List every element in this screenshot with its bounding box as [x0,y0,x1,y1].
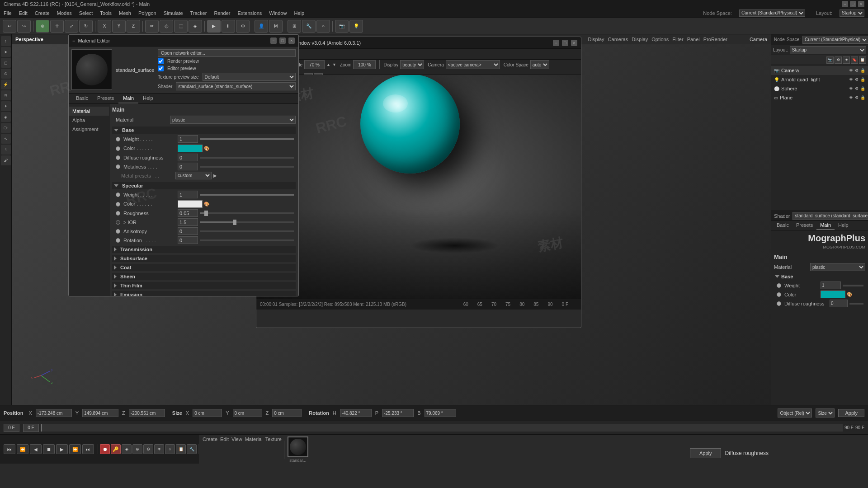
layout-select[interactable]: Startup [840,9,864,17]
screen-axis-btn[interactable]: Z [127,20,140,33]
attrs-diffrough-radio[interactable] [777,301,781,306]
spec-weight-input[interactable] [178,191,198,198]
mat-max-btn[interactable]: □ [279,38,286,44]
menu-file[interactable]: File [4,10,12,16]
mat-editor-menu-icon[interactable]: ≡ [72,38,75,43]
transport-play-rev-btn[interactable]: ◀ [30,444,42,454]
base-weight-radio[interactable] [116,136,122,142]
project-settings-btn[interactable]: 📋 [176,444,186,454]
mat-strip-create-menu[interactable]: Create [203,436,217,442]
camera-render-icon[interactable]: ⚙ [855,68,859,73]
viewport-filter-menu[interactable]: Filter [672,37,683,42]
mograph-btn[interactable]: Ⅿ [269,20,283,33]
redo-btn[interactable]: ↪ [17,20,31,33]
spec-color-picker-icon[interactable]: 🎨 [203,200,211,208]
size-z-input[interactable] [272,409,302,417]
viewport-panel-menu[interactable]: Panel [687,37,700,42]
scale-input[interactable] [304,60,325,69]
metalness-input[interactable] [178,163,198,170]
coords-z-input[interactable] [129,409,165,417]
maximize-btn[interactable]: □ [850,1,856,7]
ior-input[interactable] [178,218,198,226]
sidebar-char-icon[interactable]: ✦ [1,101,11,111]
rp-icon-1[interactable]: 📷 [826,56,834,64]
light-render-icon[interactable]: ⚙ [855,77,859,82]
rotate-btn[interactable]: ↻ [79,20,93,33]
motion-blur-btn[interactable]: ≋ [154,444,164,454]
mat-tab-presets[interactable]: Presets [93,94,118,103]
attrs-tab-main[interactable]: Main [816,221,835,230]
bevel-btn[interactable]: ◈ [189,20,202,33]
keyframe-btn[interactable]: ◈ [122,444,132,454]
attrs-color-swatch[interactable] [821,291,845,298]
transmission-expand-icon[interactable] [114,247,117,252]
transport-prev-btn[interactable]: ⏪ [17,444,28,454]
sidebar-phys-icon[interactable]: ⧂ [1,123,11,133]
base-color-radio[interactable] [116,145,122,151]
viewport-prorender-menu[interactable]: ProRender [703,37,727,42]
size-mode-select[interactable]: Size [816,408,835,418]
emission-expand-icon[interactable] [114,292,117,296]
timeline-cfg-btn[interactable]: ⚙ [143,444,153,454]
light-btn[interactable]: 💡 [349,20,363,33]
texture-preview-select[interactable]: Default [203,73,296,81]
thinfilm-expand-icon[interactable] [114,283,117,288]
viewport-options-menu[interactable]: Options [651,37,669,42]
arnold-min-btn[interactable]: − [553,40,559,46]
attrs-color-radio[interactable] [777,292,781,297]
mat-strip-view-menu[interactable]: View [231,436,242,442]
object-rel-select[interactable]: Object (Rel) [778,408,812,418]
light-vis-icon[interactable]: 👁 [849,77,853,82]
auto-key-btn[interactable]: 🔑 [111,444,121,454]
menu-polygon[interactable]: Polygon [138,10,156,16]
open-network-btn[interactable]: Open network editor... [158,49,296,57]
display-select[interactable]: beauty [400,60,424,69]
grid-btn[interactable]: ⊞ [288,20,301,33]
sidebar-object-icon[interactable]: ◻ [1,58,11,68]
undo-btn[interactable]: ↩ [3,20,16,33]
base-color-picker-icon[interactable]: 🎨 [203,144,211,152]
object-item-plane[interactable]: ▭ Plane 👁 ⚙ 🔒 [771,93,868,102]
diffuse-roughness-apply-btn[interactable]: Apply [690,448,722,458]
attrs-diffrough-input[interactable] [830,300,848,307]
mat-strip-edit-menu[interactable]: Edit [220,436,229,442]
rp-icon-3[interactable]: ★ [843,56,850,64]
menu-mesh[interactable]: Mesh [119,10,131,16]
plane-vis-icon[interactable]: 👁 [849,95,853,100]
menu-tools[interactable]: Tools [100,10,112,16]
render-preview-checkbox[interactable] [158,58,164,64]
coat-expand-icon[interactable] [114,265,117,270]
sidebar-arrow-icon[interactable]: ↑ [1,36,11,46]
poly-pen-btn[interactable]: ✏ [145,20,159,33]
scale-down-btn[interactable]: ▼ [332,62,336,67]
mat-strip-texture-menu[interactable]: Texture [265,436,282,442]
menu-window[interactable]: Window [269,10,287,16]
diffuse-roughness-input[interactable] [178,154,198,161]
mat-nav-assignment[interactable]: Assignment [69,125,109,134]
mat-nav-material[interactable]: Material [69,107,109,116]
camera-vis-icon[interactable]: 👁 [849,68,853,73]
viewport-cameras-menu[interactable]: Cameras [608,37,628,42]
object-item-sphere[interactable]: ⚪ Sphere 👁 ⚙ 🔒 [771,84,868,93]
base-color-swatch[interactable] [178,145,203,152]
camera-select[interactable]: <active camera> [446,60,500,69]
size-x-input[interactable] [193,409,222,417]
sheen-expand-icon[interactable] [114,274,117,279]
menu-extensions[interactable]: Extensions [237,10,262,16]
node-space-select[interactable]: Current (Standard/Physical) [739,9,805,17]
material-thumbnail[interactable] [288,436,308,457]
attrs-tab-help[interactable]: Help [835,221,852,230]
rotation-input[interactable] [178,236,198,244]
world-axis-btn[interactable]: Y [112,20,126,33]
mat-nav-alpha[interactable]: Alpha [69,116,109,125]
ipr-btn[interactable]: ⏸ [222,20,235,33]
minimize-btn[interactable]: − [842,1,848,7]
rp-node-btn[interactable]: Node [774,37,785,42]
frame-current-input[interactable] [23,424,39,432]
spec-weight-radio[interactable] [116,192,122,198]
menu-tracker[interactable]: Tracker [190,10,207,16]
viewport-display-menu[interactable]: Display [588,37,604,42]
render-btn[interactable]: ▶ [207,20,221,33]
rp-icon-5[interactable]: 📋 [859,56,866,64]
loop-btn[interactable]: ◎ [160,20,173,33]
